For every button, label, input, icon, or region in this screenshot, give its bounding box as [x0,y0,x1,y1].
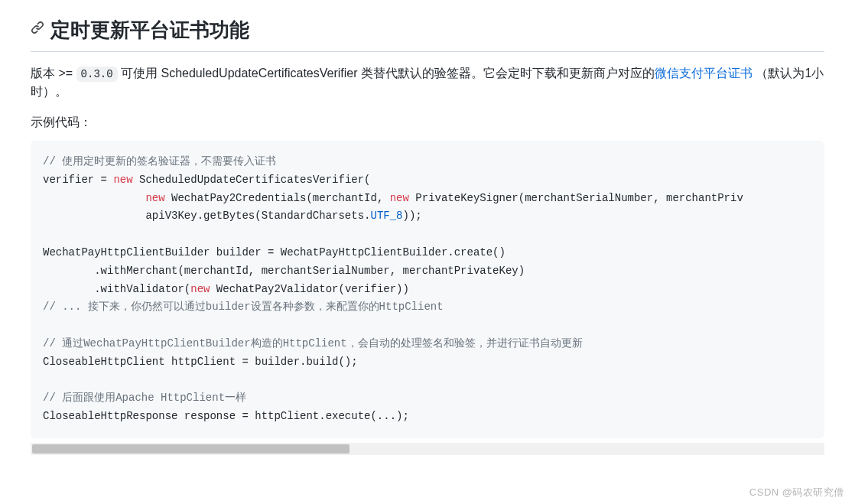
cert-link[interactable]: 微信支付平台证书 [655,67,753,80]
code-text: )); [403,210,422,222]
code-keyword-new: new [390,192,409,204]
code-text: apiV3Key.getBytes(StandardCharsets. [43,210,370,222]
code-pre: // 使用定时更新的签名验证器，不需要传入证书 verifier = new S… [43,153,812,426]
heading-title: 定时更新平台证书功能 [50,15,249,45]
code-text: CloseableHttpResponse response = httpCli… [43,410,409,422]
desc-mid: 可使用 ScheduledUpdateCertificatesVerifier … [118,67,655,80]
version-code: 0.3.0 [76,67,118,82]
code-text [43,192,145,204]
code-comment: // 后面跟使用Apache HttpClient一样 [43,392,246,404]
link-icon[interactable] [31,21,44,40]
code-keyword-new: new [145,192,164,204]
code-comment: // 通过WechatPayHttpClientBuilder构造的HttpCl… [43,337,583,350]
code-text: CloseableHttpClient httpClient = builder… [43,356,358,368]
section-heading: 定时更新平台证书功能 [31,15,824,52]
code-text: PrivateKeySigner(merchantSerialNumber, m… [409,192,743,204]
horizontal-scrollbar[interactable] [31,443,824,455]
code-text: .withMerchant(merchantId, merchantSerial… [43,265,525,277]
scrollbar-thumb[interactable] [32,444,349,454]
desc-prefix: 版本 >= [31,67,76,80]
code-text: WechatPay2Credentials(merchantId, [165,192,390,204]
code-const: UTF_8 [370,210,402,222]
code-block: // 使用定时更新的签名验证器，不需要传入证书 verifier = new S… [31,141,824,438]
code-comment: // 使用定时更新的签名验证器，不需要传入证书 [43,155,276,167]
code-comment: // ... 接下来，你仍然可以通过builder设置各种参数，来配置你的Htt… [43,301,444,313]
code-text: ScheduledUpdateCertificatesVerifier( [133,174,371,186]
code-keyword-new: new [190,283,210,295]
description-paragraph: 版本 >= 0.3.0 可使用 ScheduledUpdateCertifica… [31,64,824,101]
code-text: WechatPayHttpClientBuilder builder = Wec… [43,246,506,259]
code-text: verifier = [43,174,113,186]
code-text: WechatPay2Validator(verifier)) [210,283,408,295]
example-label: 示例代码： [31,113,824,132]
code-text: .withValidator( [43,283,190,295]
code-keyword-new: new [113,174,132,186]
